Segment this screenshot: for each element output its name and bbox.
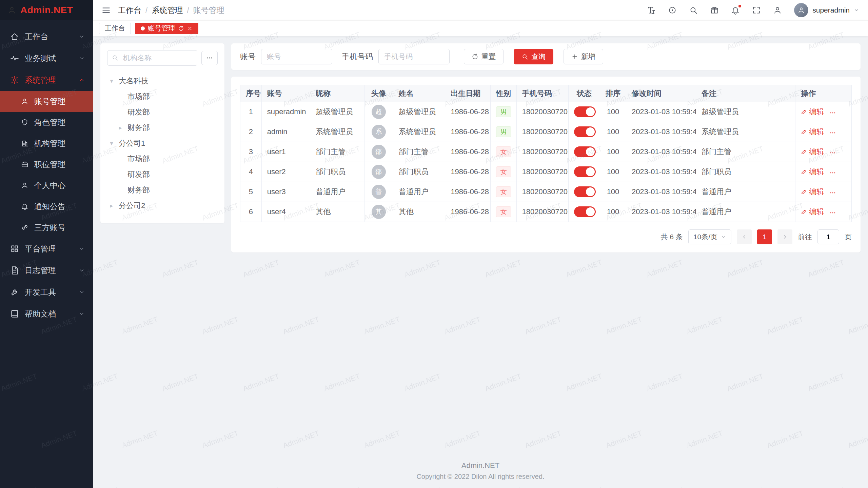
more-actions-icon[interactable]	[829, 209, 836, 216]
sidebar-item-log-management[interactable]: 日志管理	[0, 260, 93, 281]
sidebar-item-label: 职位管理	[34, 159, 65, 170]
tree-node[interactable]: ▾ 大名科技	[107, 73, 218, 89]
phone-input[interactable]	[378, 49, 450, 64]
logo[interactable]: Admin.NET	[0, 0, 93, 20]
tab-workbench[interactable]: 工作台	[99, 23, 131, 34]
reset-button[interactable]: 重置	[464, 49, 504, 64]
avatar: 系	[372, 125, 386, 139]
refresh-icon[interactable]	[178, 25, 184, 32]
accounts-table-card: 序号 账号 昵称 头像 姓名 出生日期 性别 手机号码 状态 排序 修改时间	[231, 77, 861, 252]
search-label: 查询	[531, 52, 546, 61]
tree-node[interactable]: 研发部	[107, 104, 218, 120]
breadcrumb-separator: /	[187, 6, 189, 15]
col-nickname: 昵称	[310, 85, 364, 102]
search-icon[interactable]	[689, 6, 698, 15]
sidebar-item-help-docs[interactable]: 帮助文档	[0, 303, 93, 325]
fullscreen-icon[interactable]	[752, 6, 761, 15]
tree-node[interactable]: ▾ 分公司1	[107, 136, 218, 151]
tree-node[interactable]: 市场部	[107, 89, 218, 104]
tree-node-label: 分公司2	[119, 201, 145, 211]
breadcrumb-item[interactable]: 系统管理	[152, 5, 183, 16]
col-gender: 性别	[490, 85, 516, 102]
tree-node[interactable]: 市场部	[107, 151, 218, 167]
cell-gender: 男	[490, 102, 516, 122]
refresh-icon	[472, 53, 478, 60]
status-toggle[interactable]	[574, 146, 596, 157]
status-toggle[interactable]	[574, 206, 596, 217]
caret-right-icon[interactable]: ▸	[107, 202, 116, 209]
edit-button[interactable]: 编辑	[801, 187, 824, 197]
cell-index: 4	[240, 162, 262, 182]
sidebar-item-system-management[interactable]: 系统管理	[0, 69, 93, 91]
more-actions-icon[interactable]	[829, 149, 836, 156]
edit-button[interactable]: 编辑	[801, 147, 824, 157]
page-number-button[interactable]: 1	[757, 229, 772, 244]
caret-down-icon[interactable]: ▾	[107, 140, 116, 147]
search-button[interactable]: 查询	[514, 49, 553, 64]
sidebar-item-role-management[interactable]: 角色管理	[0, 112, 93, 133]
status-toggle[interactable]	[574, 186, 596, 197]
chevron-up-icon	[79, 77, 85, 83]
account-input[interactable]	[261, 49, 332, 64]
edit-label: 编辑	[809, 107, 824, 117]
edit-button[interactable]: 编辑	[801, 167, 824, 177]
sidebar-item-org-management[interactable]: 机构管理	[0, 133, 93, 154]
sidebar-item-dev-tools[interactable]: 开发工具	[0, 281, 93, 303]
sidebar-item-workbench[interactable]: 工作台	[0, 26, 93, 47]
tab-account-management[interactable]: 账号管理	[135, 23, 198, 34]
avatar-user-icon	[797, 6, 805, 14]
caret-down-icon[interactable]: ▾	[107, 77, 116, 85]
edit-button[interactable]: 编辑	[801, 107, 824, 117]
cell-remark: 部门主管	[696, 142, 795, 162]
theme-icon[interactable]	[710, 6, 719, 15]
sidebar-item-notice[interactable]: 通知公告	[0, 196, 93, 217]
breadcrumb: 工作台 / 系统管理 / 账号管理	[118, 5, 224, 16]
status-toggle[interactable]	[574, 106, 596, 117]
more-actions-icon[interactable]	[829, 129, 836, 136]
sidebar-item-account-management[interactable]: 账号管理	[0, 91, 93, 112]
hamburger-menu-icon[interactable]	[102, 6, 111, 15]
tree-more-button[interactable]	[201, 51, 218, 65]
locate-icon[interactable]	[668, 6, 677, 15]
org-search-input[interactable]	[107, 50, 197, 66]
user-menu[interactable]: superadmin	[794, 3, 859, 17]
goto-page-input[interactable]	[817, 229, 839, 244]
pagination: 共 6 条 10条/页 1 前往 页	[240, 229, 852, 244]
toggle-knob	[586, 147, 595, 156]
prev-page-button[interactable]	[737, 229, 752, 244]
status-toggle[interactable]	[574, 166, 596, 177]
status-toggle[interactable]	[574, 126, 596, 137]
tree-node[interactable]: ▸ 分公司2	[107, 198, 218, 214]
sidebar-item-third-party-account[interactable]: 三方账号	[0, 217, 93, 238]
link-icon	[21, 224, 28, 231]
edit-icon	[801, 189, 807, 195]
edit-button[interactable]: 编辑	[801, 127, 824, 137]
tree-node[interactable]: 研发部	[107, 167, 218, 182]
caret-right-icon[interactable]: ▸	[116, 124, 125, 131]
page-size-select[interactable]: 10条/页	[688, 229, 731, 244]
next-page-button[interactable]	[777, 229, 792, 244]
close-icon[interactable]	[187, 26, 193, 31]
edit-button[interactable]: 编辑	[801, 207, 824, 217]
sidebar-item-personal-center[interactable]: 个人中心	[0, 175, 93, 196]
cell-account: user2	[261, 162, 310, 182]
edit-icon	[801, 109, 807, 115]
profile-icon[interactable]	[773, 6, 782, 15]
sidebar-item-position-management[interactable]: 职位管理	[0, 154, 93, 175]
cell-account: user4	[261, 202, 310, 222]
tree-node-label: 分公司1	[119, 138, 145, 148]
cell-actions: 编辑	[795, 122, 852, 142]
tree-node[interactable]: 财务部	[107, 182, 218, 198]
more-actions-icon[interactable]	[829, 109, 836, 116]
cell-modified: 2023-01-03 10:59:44	[626, 202, 696, 222]
more-actions-icon[interactable]	[829, 189, 836, 196]
tree-node[interactable]: ▸ 财务部	[107, 120, 218, 136]
add-button[interactable]: 新增	[564, 49, 603, 64]
sidebar-item-platform-management[interactable]: 平台管理	[0, 238, 93, 260]
breadcrumb-item[interactable]: 工作台	[118, 5, 141, 16]
notification-bell[interactable]	[731, 6, 740, 15]
more-actions-icon[interactable]	[829, 169, 836, 176]
font-size-icon[interactable]	[647, 6, 656, 15]
sidebar-item-business-test[interactable]: 业务测试	[0, 47, 93, 69]
accounts-table: 序号 账号 昵称 头像 姓名 出生日期 性别 手机号码 状态 排序 修改时间	[240, 85, 852, 222]
